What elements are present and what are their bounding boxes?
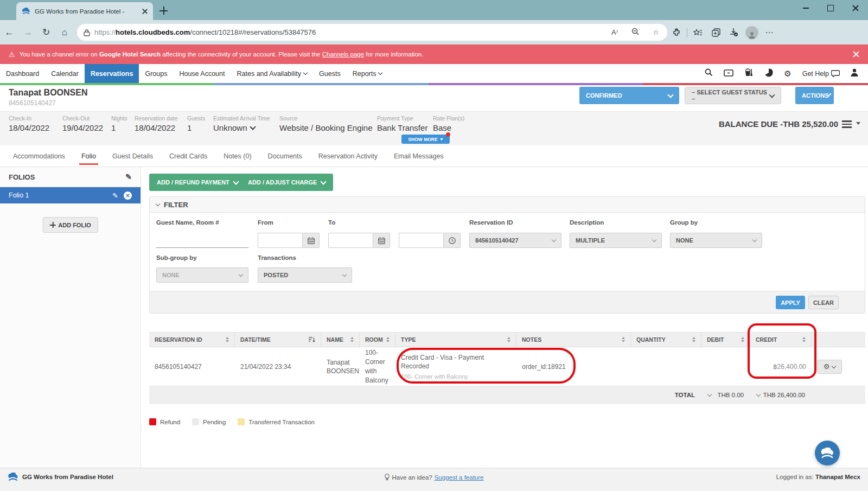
read-aloud-icon[interactable]: A⁾ [607, 28, 623, 36]
sub-group-select[interactable]: NONE [156, 267, 248, 283]
housekeeping-icon[interactable] [744, 68, 754, 79]
time-input[interactable] [399, 233, 443, 248]
favorite-star-icon[interactable]: ☆ [648, 28, 664, 36]
guest-id: 8456105140427 [9, 99, 56, 107]
address-bar[interactable]: https://hotels.cloudbeds.com/connect/102… [77, 24, 667, 41]
edit-pencil-icon[interactable]: ✎ [125, 173, 132, 181]
col-name[interactable]: NAME [321, 333, 360, 347]
reservation-tabs: Accommodations Folio Guest Details Credi… [0, 145, 868, 167]
add-adjust-charge-button[interactable]: ADD / ADJUST CHARGE [240, 174, 333, 191]
extensions-puzzle-icon[interactable] [667, 28, 685, 37]
col-datetime[interactable]: DATE/TIME [235, 333, 321, 347]
guest-name-input[interactable] [156, 233, 248, 248]
pending-swatch [192, 418, 199, 425]
tab-close-icon[interactable] [142, 9, 148, 14]
footer-idea: Have an idea? Suggest a feature [385, 474, 484, 481]
browser-menu-icon[interactable]: ⋯ [761, 28, 778, 37]
transaction-row[interactable]: 8456105140427 21/04/2022 23:34 Tanapat B… [149, 347, 865, 386]
actions-dropdown[interactable]: ACTIONS [795, 87, 834, 104]
tab-folio[interactable]: Folio [81, 145, 96, 167]
nav-reservations[interactable]: Reservations [85, 64, 139, 83]
reservation-id-select[interactable]: 8456105140427 [469, 233, 561, 248]
user-icon[interactable] [851, 68, 858, 79]
new-tab-button[interactable] [157, 4, 170, 17]
browser-tab[interactable]: GG Works from Paradise Hotel - [16, 2, 153, 20]
col-debit[interactable]: DEBIT [701, 333, 750, 347]
tab-email-messages[interactable]: Email Messages [394, 145, 444, 167]
apply-button[interactable]: APPLY [776, 296, 805, 309]
home-icon[interactable]: ⌂ [55, 27, 74, 38]
collections-star-icon[interactable] [689, 28, 707, 37]
chevron-down-icon[interactable] [707, 392, 712, 396]
nav-guests[interactable]: Guests [313, 64, 347, 83]
nav-reports[interactable]: Reports [347, 64, 388, 83]
col-credit[interactable]: CREDIT [750, 333, 812, 347]
browser-profile-avatar[interactable] [743, 26, 761, 39]
show-more-button[interactable]: SHOW MORE [401, 135, 450, 144]
zoom-out-icon[interactable] [627, 28, 643, 37]
downloads-icon[interactable] [725, 28, 743, 37]
transactions-select[interactable]: POSTED [258, 267, 352, 283]
settings-gear-icon[interactable]: ⚙ [784, 69, 791, 79]
guest-header: Tanapat BOONSEN 8456105140427 CONFIRMED … [0, 85, 868, 111]
from-date-input[interactable] [258, 233, 302, 248]
time-field[interactable] [399, 233, 461, 248]
balance-menu-icon[interactable] [842, 120, 852, 128]
tab-reservation-activity[interactable]: Reservation Activity [318, 145, 378, 167]
nav-calendar[interactable]: Calendar [45, 64, 85, 83]
col-notes[interactable]: NOTES [516, 333, 631, 347]
add-folio-button[interactable]: ADD FOLIO [42, 217, 98, 233]
to-date-field[interactable] [328, 233, 390, 248]
balance-due: BALANCE DUE -THB 25,520.00 [719, 119, 838, 129]
banner-close-icon[interactable] [853, 51, 859, 58]
detail-arrival-time[interactable]: Estimated Arrival TimeUnknown [213, 115, 279, 142]
balance-caret-icon[interactable] [856, 125, 860, 135]
group-by-select[interactable]: NONE [670, 233, 762, 248]
nav-house-account[interactable]: House Account [173, 64, 231, 83]
guest-status-dropdown[interactable]: – SELECT GUEST STATUS – [685, 87, 781, 104]
add-refund-payment-button[interactable]: ADD / REFUND PAYMENT [149, 174, 246, 191]
url-text[interactable]: https://hotels.cloudbeds.com/connect/102… [94, 28, 602, 36]
folio-item-selected[interactable]: Folio 1 ✎ ✕ [0, 187, 141, 203]
nav-groups[interactable]: Groups [139, 64, 173, 83]
window-maximize-button[interactable] [818, 0, 843, 16]
channels-page-link[interactable]: Channels page [322, 51, 364, 58]
tab-credit-cards[interactable]: Credit Cards [169, 145, 207, 167]
from-date-field[interactable] [258, 233, 320, 248]
tab-documents[interactable]: Documents [268, 145, 302, 167]
support-chat-button[interactable] [815, 441, 840, 466]
reload-icon[interactable]: ↻ [37, 27, 55, 38]
forward-icon[interactable]: → [18, 27, 37, 38]
back-icon[interactable]: ← [0, 27, 18, 38]
filter-collapse-toggle[interactable]: FILTER [150, 197, 865, 213]
nav-dashboard[interactable]: Dashboard [0, 64, 45, 83]
nav-rates-availability[interactable]: Rates and Availability [231, 64, 314, 83]
clock-icon[interactable] [443, 233, 461, 248]
to-date-input[interactable] [328, 233, 373, 248]
tab-notes[interactable]: Notes (0) [224, 145, 251, 167]
get-help-button[interactable]: Get Help [802, 70, 840, 78]
col-quantity[interactable]: QUANTITY [631, 333, 701, 347]
col-type[interactable]: TYPE [395, 333, 516, 347]
col-reservation-id[interactable]: RESERVATION ID [149, 333, 235, 347]
description-select[interactable]: MULTIPLE [570, 233, 662, 248]
suggest-feature-link[interactable]: Suggest a feature [435, 474, 484, 481]
cash-drawer-icon[interactable] [724, 69, 733, 79]
calendar-icon[interactable] [373, 233, 390, 248]
col-room[interactable]: ROOM [360, 333, 395, 347]
search-icon[interactable] [705, 68, 713, 79]
chevron-down-icon[interactable] [756, 392, 761, 396]
pie-chart-icon[interactable] [764, 68, 773, 79]
tab-accommodations[interactable]: Accommodations [13, 145, 65, 167]
row-actions-gear-button[interactable]: ⚙ [817, 360, 842, 374]
remove-folio-icon[interactable]: ✕ [124, 192, 132, 200]
window-minimize-button[interactable] [793, 0, 818, 16]
calendar-icon[interactable] [302, 233, 320, 248]
window-close-button[interactable] [843, 0, 868, 16]
reservation-status-dropdown[interactable]: CONFIRMED [579, 87, 679, 104]
detail-source: SourceWebsite / Booking Engine [279, 115, 377, 142]
clear-button[interactable]: CLEAR [808, 296, 839, 309]
tab-guest-details[interactable]: Guest Details [112, 145, 153, 167]
tab-groups-icon[interactable] [707, 28, 725, 37]
edit-pencil-icon[interactable]: ✎ [112, 192, 118, 200]
